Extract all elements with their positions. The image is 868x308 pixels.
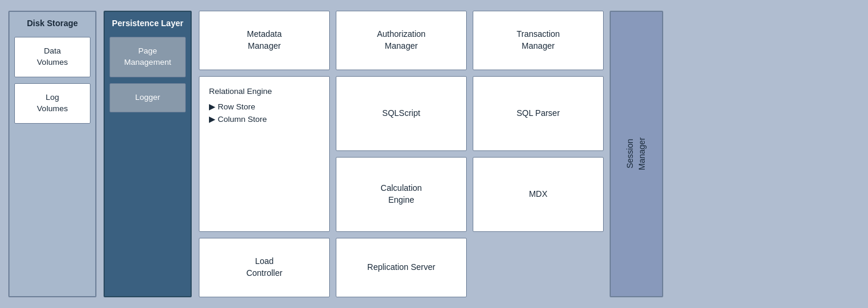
- column-1: MetadataManager Relational Engine ▶ Row …: [199, 11, 330, 297]
- mdx-label: MDX: [529, 188, 547, 200]
- load-controller-box: LoadController: [199, 238, 330, 297]
- data-volumes-box: DataVolumes: [14, 37, 90, 77]
- sql-parser-box: SQL Parser: [473, 76, 604, 151]
- main-grid: MetadataManager Relational Engine ▶ Row …: [199, 11, 860, 297]
- metadata-manager-box: MetadataManager: [199, 11, 330, 70]
- sqlscript-box: SQLScript: [336, 76, 467, 151]
- log-volumes-box: LogVolumes: [14, 83, 90, 124]
- calculation-engine-box: CalculationEngine: [336, 157, 467, 232]
- column-2: AuthorizationManager SQLScript Calculati…: [336, 11, 467, 297]
- column-store-label: ▶ Column Store: [209, 113, 267, 126]
- authorization-manager-box: AuthorizationManager: [336, 11, 467, 70]
- relational-engine-box: Relational Engine ▶ Row Store ▶ Column S…: [199, 76, 330, 232]
- logger-label: Logger: [135, 93, 160, 102]
- replication-server-box: Replication Server: [336, 238, 467, 297]
- relational-engine-title: Relational Engine: [209, 85, 320, 98]
- column-3: TransactionManager SQL Parser MDX: [473, 11, 604, 297]
- authorization-manager-label: AuthorizationManager: [377, 29, 426, 52]
- calculation-engine-label: CalculationEngine: [380, 183, 421, 206]
- metadata-manager-label: MetadataManager: [247, 29, 282, 52]
- log-volumes-label: LogVolumes: [37, 93, 68, 113]
- row-store-label: ▶ Row Store: [209, 100, 255, 114]
- transaction-manager-label: TransactionManager: [517, 29, 560, 52]
- sqlscript-label: SQLScript: [382, 108, 420, 120]
- column-store-item: ▶ Column Store: [209, 113, 320, 126]
- disk-storage-title: Disk Storage: [27, 18, 78, 29]
- persistence-layer-title: Persistence Layer: [112, 18, 183, 29]
- session-manager-title: SessionManager: [625, 137, 648, 170]
- row-store-item: ▶ Row Store: [209, 100, 320, 114]
- page-management-box: PageManagement: [110, 37, 186, 77]
- replication-server-label: Replication Server: [367, 262, 435, 274]
- session-manager-panel: SessionManager: [610, 11, 663, 297]
- data-volumes-label: DataVolumes: [37, 46, 68, 67]
- mdx-box: MDX: [473, 157, 604, 232]
- disk-storage-panel: Disk Storage DataVolumes LogVolumes: [8, 11, 96, 297]
- load-controller-label: LoadController: [246, 256, 283, 279]
- persistence-layer-panel: Persistence Layer PageManagement Logger: [104, 11, 192, 297]
- logger-box: Logger: [110, 83, 186, 112]
- sql-parser-label: SQL Parser: [517, 108, 560, 120]
- transaction-manager-box: TransactionManager: [473, 11, 604, 70]
- diagram-container: Disk Storage DataVolumes LogVolumes Pers…: [0, 0, 868, 308]
- page-management-label: PageManagement: [124, 46, 171, 67]
